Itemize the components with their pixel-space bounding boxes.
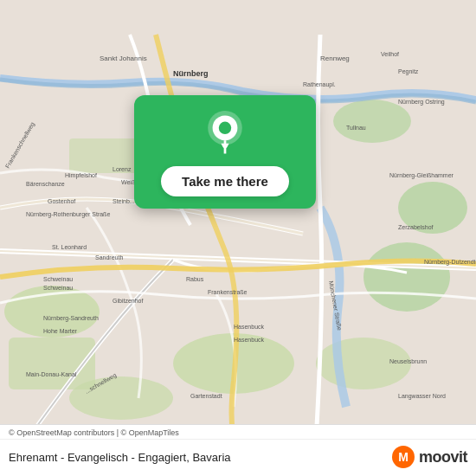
svg-text:Neuselsbrunn: Neuselsbrunn <box>389 358 427 364</box>
moovit-text: moovit <box>419 448 467 466</box>
svg-text:Frankenstraße: Frankenstraße <box>208 289 248 295</box>
svg-text:Schweinau: Schweinau <box>43 285 73 291</box>
svg-point-4 <box>69 376 173 420</box>
svg-text:Schweinau: Schweinau <box>43 276 73 282</box>
svg-text:Bärenschanze: Bärenschanze <box>26 181 65 187</box>
svg-text:Lorenz: Lorenz <box>113 166 132 172</box>
bottom-bar: © OpenStreetMap contributors | © OpenMap… <box>0 424 476 476</box>
svg-text:Nürnberg-Rothenburger Straße: Nürnberg-Rothenburger Straße <box>26 211 110 218</box>
svg-point-5 <box>363 242 450 312</box>
svg-point-50 <box>219 122 231 134</box>
svg-text:Veilhof: Veilhof <box>381 51 399 57</box>
svg-text:Hasenbuck: Hasenbuck <box>234 337 265 343</box>
svg-text:Tullnau: Tullnau <box>346 125 366 131</box>
svg-text:Sandreuth: Sandreuth <box>95 254 123 261</box>
svg-text:Main-Donau-Kanal: Main-Donau-Kanal <box>26 371 77 377</box>
svg-text:Nürnberg: Nürnberg <box>173 69 209 78</box>
svg-text:Nürnberg-Sandreuth: Nürnberg-Sandreuth <box>43 315 99 322</box>
svg-text:Zerzabelshof: Zerzabelshof <box>398 224 434 230</box>
svg-text:Hohe Marter: Hohe Marter <box>43 328 78 334</box>
location-name: Ehrenamt - Evangelisch - Engagiert, Bava… <box>9 451 231 464</box>
moovit-icon: M <box>391 445 415 469</box>
attribution: © OpenStreetMap contributors | © OpenMap… <box>0 425 476 440</box>
svg-text:Nürnberg Ostring: Nürnberg Ostring <box>398 99 445 106</box>
map-background: Sankt Johannis Nürnberg Rennweg Veilhof … <box>0 0 476 476</box>
svg-text:Gartenstadt: Gartenstadt <box>190 393 222 399</box>
location-card: Take me there <box>134 95 316 209</box>
svg-text:Rennweg: Rennweg <box>320 55 350 62</box>
svg-text:Sankt Johannis: Sankt Johannis <box>100 55 147 62</box>
info-row: Ehrenamt - Evangelisch - Engagiert, Bava… <box>0 440 476 476</box>
svg-text:Pegnitz: Pegnitz <box>398 68 419 75</box>
svg-text:Nürnberg-Dutzendteich: Nürnberg-Dutzendteich <box>424 259 476 266</box>
svg-text:Langwasser Nord: Langwasser Nord <box>398 393 446 400</box>
moovit-logo: M moovit <box>391 445 467 469</box>
svg-text:M: M <box>398 450 408 464</box>
svg-text:Gibitzenhof: Gibitzenhof <box>113 298 143 304</box>
svg-text:Rathenaupl.: Rathenaupl. <box>303 81 336 88</box>
map-pin-icon <box>202 111 248 158</box>
map-container: Sankt Johannis Nürnberg Rennweg Veilhof … <box>0 0 476 476</box>
svg-point-9 <box>333 100 411 143</box>
svg-text:Himpfelshof: Himpfelshof <box>65 172 97 179</box>
svg-text:Steinb...: Steinb... <box>113 198 135 204</box>
svg-text:Nürnberg-Gleißhammer: Nürnberg-Gleißhammer <box>389 172 454 179</box>
svg-text:Rabus: Rabus <box>186 276 204 282</box>
svg-text:Gostenhof: Gostenhof <box>48 198 75 204</box>
svg-text:St. Leonhard: St. Leonhard <box>52 244 87 250</box>
svg-text:Hasenbuck: Hasenbuck <box>234 324 265 330</box>
take-me-there-button[interactable]: Take me there <box>161 166 289 196</box>
